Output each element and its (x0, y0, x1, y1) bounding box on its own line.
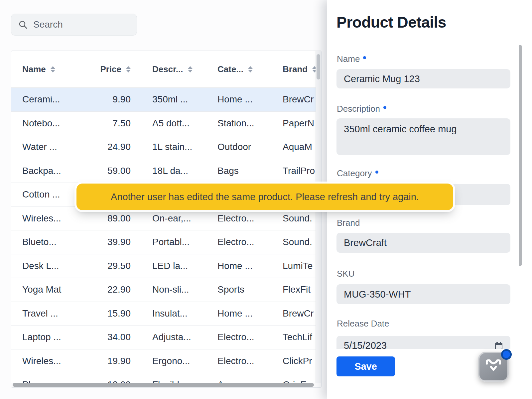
table-row[interactable]: Travel ... 15.90 Insulat... Home ... Bre… (11, 302, 321, 326)
column-header-description[interactable]: Descr... (132, 64, 197, 74)
column-header-name[interactable]: Name (11, 64, 89, 74)
table-row[interactable]: Notebo... 7.50 A5 dott... Station... Pap… (11, 112, 321, 136)
release-date-field[interactable]: 5/15/2023 (336, 336, 510, 349)
scrollbar-thumb[interactable] (13, 383, 314, 387)
table-row[interactable]: Wireles... 19.90 Ergono... Electro... Cl… (11, 349, 321, 373)
required-dot (363, 56, 366, 59)
table-row[interactable]: Backpa... 59.00 18L da... Bags TrailPro (11, 159, 321, 183)
required-dot (383, 106, 386, 109)
conflict-toast: Another user has edited the same product… (76, 184, 453, 210)
table-row[interactable]: Blueto... 39.90 Portabl... Electro... So… (11, 230, 321, 254)
toast-message: Another user has edited the same product… (111, 192, 419, 202)
sort-arrows-icon[interactable] (51, 66, 55, 72)
search-placeholder: Search (33, 19, 63, 30)
sort-arrows-icon[interactable] (248, 66, 253, 72)
name-label: Name (337, 54, 366, 64)
table-horizontal-scrollbar[interactable] (11, 383, 321, 387)
column-header-price[interactable]: Price (89, 64, 132, 74)
sort-arrows-icon[interactable] (126, 66, 131, 72)
table-row[interactable]: Yoga Mat 22.90 Non-sli... Sports FlexFit (11, 278, 321, 302)
products-table: Name Price Descr... Cate... Brand Cerami… (11, 51, 322, 388)
table-row[interactable]: Desk L... 29.50 LED la... Home ... LumiT… (11, 254, 321, 278)
release-date-label: Release Date (337, 319, 389, 329)
save-button[interactable]: Save (336, 356, 395, 376)
table-row[interactable]: Cerami... 9.90 350ml ... Home ... BrewCr (11, 88, 321, 112)
sku-label: SKU (337, 269, 354, 279)
required-dot (375, 171, 378, 174)
horns-logo-icon (484, 357, 503, 376)
calendar-icon[interactable] (494, 341, 503, 349)
column-header-brand[interactable]: Brand (262, 64, 322, 74)
scrollbar-thumb[interactable] (317, 54, 320, 79)
column-header-category[interactable]: Cate... (197, 64, 262, 74)
table-row[interactable]: Laptop ... 34.00 Adjusta... Electro... T… (11, 326, 321, 349)
table-row[interactable]: Wireles... 89.00 On-ear,... Electro... S… (11, 207, 321, 231)
page-title: Product Details (336, 13, 446, 31)
extension-logo-button[interactable] (478, 352, 509, 382)
notification-badge (501, 349, 512, 360)
brand-label: Brand (337, 218, 360, 228)
description-label: Description (337, 104, 386, 114)
sort-arrows-icon[interactable] (188, 66, 193, 72)
table-row[interactable]: Water ... 24.90 1L stain... Outdoor Aqua… (11, 135, 321, 159)
name-field[interactable]: Ceramic Mug 123 (336, 69, 510, 88)
category-label: Category (337, 168, 378, 179)
search-icon (18, 20, 28, 30)
sku-field[interactable]: MUG-350-WHT (336, 284, 510, 304)
table-header-row: Name Price Descr... Cate... Brand (11, 51, 321, 88)
panel-scrollbar-thumb[interactable] (519, 45, 522, 266)
description-field[interactable]: 350ml ceramic coffee mug (336, 118, 510, 155)
brand-field[interactable]: BrewCraft (336, 233, 510, 253)
search-input[interactable]: Search (11, 14, 137, 36)
table-vertical-scrollbar[interactable] (316, 51, 321, 383)
